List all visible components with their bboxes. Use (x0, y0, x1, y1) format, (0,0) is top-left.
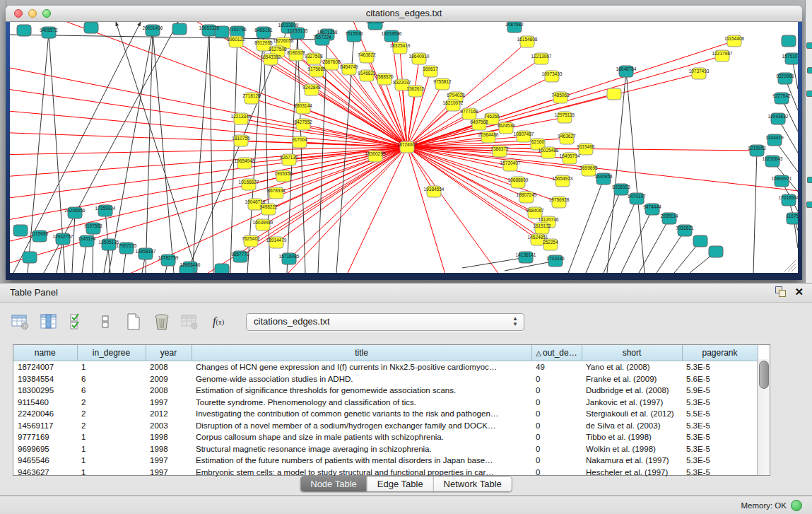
graph-node[interactable] (84, 22, 98, 33)
table-cell[interactable]: 1998 (146, 443, 192, 455)
table-cell[interactable]: Hescheler et al. (1997) (582, 467, 682, 479)
table-settings-button[interactable] (10, 312, 31, 332)
table-cell[interactable]: 1 (77, 467, 146, 479)
table-cell[interactable]: 1 (77, 361, 146, 373)
table-cell[interactable]: Wolkin et al. (1998) (582, 443, 682, 455)
table-cell[interactable]: 1998 (146, 431, 192, 443)
table-cell[interactable]: Tibbo et al. (1998) (582, 431, 682, 443)
table-row[interactable]: 1872400712008Changes of HCN gene express… (13, 361, 758, 373)
table-row[interactable]: 969969511998Structural magnetic resonanc… (13, 443, 758, 455)
table-cell[interactable]: 5.3E-5 (682, 455, 758, 467)
table-cell[interactable]: de Silva et al. (2003) (582, 420, 682, 432)
table-cell[interactable]: 2 (77, 420, 146, 432)
table-cell[interactable]: 0 (531, 397, 582, 409)
table-cell[interactable]: Yano et al. (2008) (582, 361, 682, 373)
column-header-title[interactable]: title (192, 345, 531, 361)
table-cell[interactable]: Structural magnetic resonance image aver… (192, 443, 531, 455)
table-cell[interactable]: 9777169 (13, 431, 77, 443)
table-selector-dropdown[interactable]: citations_edges.txt ▲▼ (246, 313, 524, 331)
graph-node[interactable] (13, 225, 28, 236)
select-rows-button[interactable] (66, 312, 88, 332)
tab-network-table[interactable]: Network Table (433, 477, 512, 491)
table-cell[interactable]: Stergiakouli et al. (2012) (582, 408, 682, 420)
table-cell[interactable]: 6 (77, 385, 146, 397)
table-cell[interactable]: Franke et al. (2009) (582, 373, 682, 385)
table-cell[interactable]: 6 (77, 373, 146, 385)
table-cell[interactable]: 5.3E-5 (682, 443, 758, 455)
table-cell[interactable]: 1 (77, 443, 146, 455)
column-header-in-degree[interactable]: in_degree (77, 345, 146, 361)
tab-node-table[interactable]: Node Table (300, 477, 367, 491)
table-cell[interactable]: 1 (77, 431, 146, 443)
tab-edge-table[interactable]: Edge Table (367, 477, 433, 491)
table-cell[interactable]: Genome-wide association studies in ADHD. (192, 373, 531, 385)
graph-node[interactable] (23, 252, 37, 263)
table-cell[interactable]: 1 (77, 455, 146, 467)
table-cell[interactable]: Estimation of significance thresholds fo… (192, 385, 531, 397)
table-cell[interactable]: 49 (531, 361, 582, 373)
column-header-pagerank[interactable]: pagerank (682, 345, 758, 361)
table-cell[interactable]: 2008 (146, 361, 192, 373)
table-cell[interactable]: 1997 (146, 467, 192, 479)
table-cell[interactable]: 0 (531, 385, 582, 397)
graph-node[interactable] (782, 35, 796, 47)
column-header-short[interactable]: short (582, 345, 682, 361)
table-cell[interactable]: 0 (531, 455, 582, 467)
canvas-resize-grip[interactable] (792, 267, 796, 271)
table-cell[interactable]: 2008 (146, 385, 192, 397)
table-cell[interactable]: 9699695 (13, 443, 77, 455)
table-cell[interactable]: 9463627 (13, 467, 77, 479)
table-cell[interactable]: Corpus callosum shape and size in male p… (192, 431, 531, 443)
row-height-button[interactable] (95, 312, 116, 332)
table-row[interactable]: 2242004622012Investigating the contribut… (13, 408, 758, 420)
table-cell[interactable]: 0 (531, 443, 582, 455)
table-cell[interactable]: Estimation of the future numbers of pati… (192, 455, 531, 467)
table-row[interactable]: 911546021997Tourette syndrome. Phenomeno… (13, 397, 758, 409)
table-row[interactable]: 1830029562008Estimation of significance … (13, 385, 758, 397)
graph-node[interactable] (693, 235, 707, 247)
table-cell[interactable]: 0 (531, 373, 582, 385)
table-cell[interactable]: Investigating the contribution of common… (192, 408, 531, 420)
table-cell[interactable]: Disruption of a novel member of a sodium… (192, 420, 531, 432)
table-row[interactable]: 1938455462009Genome-wide association stu… (13, 373, 758, 385)
table-cell[interactable]: 5.3E-5 (682, 420, 758, 432)
table-row[interactable]: 1456911722003Disruption of a novel membe… (13, 420, 758, 432)
table-cell[interactable]: Changes of HCN gene expression and I(f) … (192, 361, 531, 373)
table-cell[interactable]: 5.3E-5 (682, 361, 758, 373)
memory-status-icon[interactable] (791, 500, 802, 511)
table-cell[interactable]: 9465546 (13, 455, 77, 467)
graph-node[interactable] (607, 88, 621, 100)
table-cell[interactable]: Jankovic et al. (1997) (582, 397, 682, 409)
table-scrollbar-thumb[interactable] (759, 361, 769, 389)
canvas-resize-grip[interactable] (788, 264, 796, 271)
table-cell[interactable]: Nakamura et al. (1997) (582, 455, 682, 467)
table-cell[interactable]: 5.5E-5 (682, 408, 758, 420)
table-cell[interactable]: 14569117 (13, 420, 77, 432)
function-builder-button[interactable]: f(x) (208, 312, 229, 332)
table-cell[interactable]: 18300295 (13, 385, 77, 397)
table-cell[interactable]: 5.3E-5 (682, 397, 758, 409)
select-columns-button[interactable] (38, 312, 59, 332)
table-cell[interactable]: 1997 (146, 455, 192, 467)
column-header-out-degree[interactable]: △out_de… (531, 345, 582, 361)
table-cell[interactable]: 1997 (146, 397, 192, 409)
graph-node[interactable] (17, 25, 31, 36)
table-cell[interactable]: Dudbridge et al. (2008) (582, 385, 682, 397)
create-table-button[interactable] (123, 312, 144, 332)
graph-node[interactable] (172, 23, 187, 35)
table-cell[interactable]: 22420046 (13, 408, 77, 420)
close-panel-icon[interactable]: ✕ (794, 286, 804, 297)
table-cell[interactable]: 2009 (146, 373, 192, 385)
window-titlebar[interactable]: citations_edges.txt (6, 6, 802, 22)
table-cell[interactable]: 0 (531, 420, 582, 432)
table-row[interactable]: 946554611997Estimation of the future num… (13, 455, 758, 467)
table-cell[interactable]: 18724007 (13, 361, 77, 373)
table-cell[interactable]: 0 (531, 408, 582, 420)
table-cell[interactable]: 9115460 (13, 397, 77, 409)
float-panel-icon[interactable] (775, 286, 786, 297)
table-cell[interactable]: 19384554 (13, 373, 77, 385)
column-header-year[interactable]: year (146, 345, 192, 361)
table-cell[interactable]: 5.6E-5 (682, 373, 758, 385)
table-cell[interactable]: 5.9E-5 (682, 385, 758, 397)
table-cell[interactable]: 2012 (146, 408, 192, 420)
